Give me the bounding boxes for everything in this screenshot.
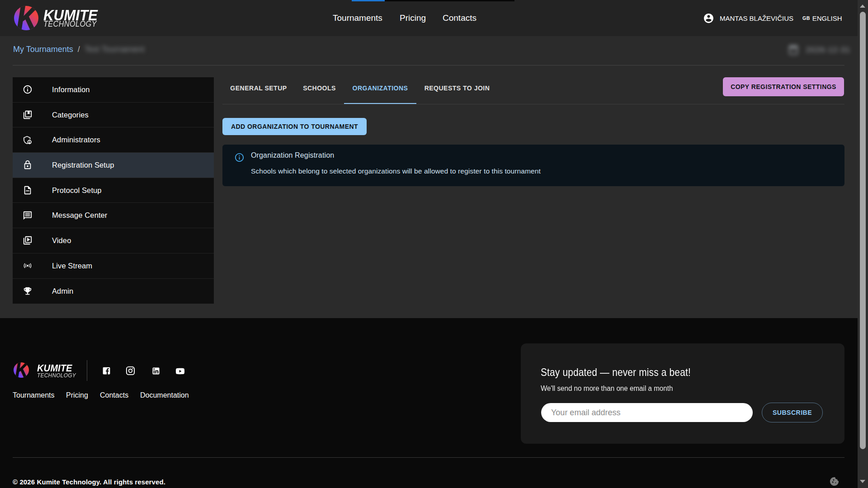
svg-text:K: K bbox=[17, 6, 38, 30]
svg-text:K: K bbox=[15, 362, 29, 378]
